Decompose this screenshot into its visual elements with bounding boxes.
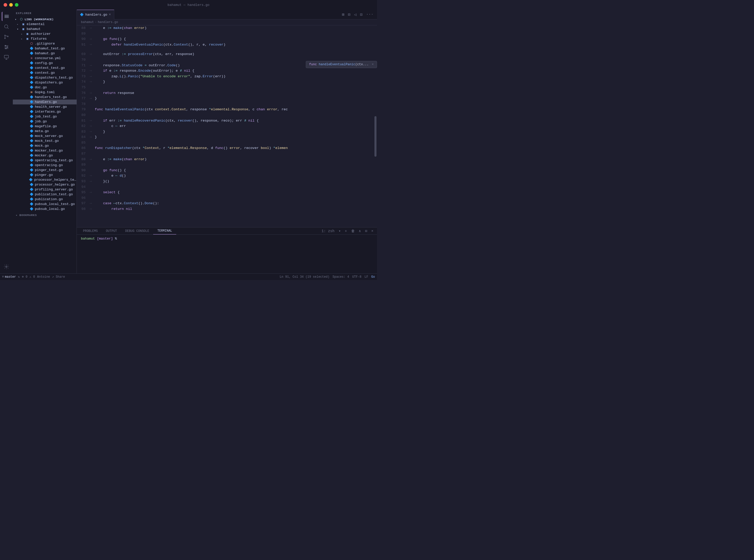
scrollbar-thumb[interactable] — [374, 116, 376, 157]
error-count[interactable]: ⊗ 0 — [22, 275, 27, 279]
line-arrow — [90, 168, 94, 173]
chevron-up-icon[interactable]: ∧ — [357, 228, 362, 234]
sidebar-item-bahamut[interactable]: ▾ ▣ bahamut — [13, 27, 77, 32]
activity-explorer[interactable] — [2, 12, 11, 21]
sidebar-item-mocker-go[interactable]: 🔷 mocker.go — [13, 153, 77, 158]
close-button[interactable] — [4, 3, 7, 7]
line-code: e ← d() — [94, 173, 377, 179]
folder-icon: ▣ — [21, 22, 26, 26]
close-panel-icon[interactable]: × — [370, 228, 375, 234]
sidebar-item-bahamut-go[interactable]: 🔷 bahamut.go — [13, 51, 77, 56]
share-button[interactable]: ↗ Share — [52, 275, 65, 279]
terminal-content[interactable]: bahamut [master] % — [77, 235, 377, 273]
more-actions-icon[interactable]: ◁ — [353, 11, 357, 18]
line-number: 90 — [77, 36, 90, 42]
line-arrow: → — [90, 68, 94, 74]
bookmarks-section[interactable]: ▸ BOOKMARKS — [13, 212, 77, 219]
line-number: 94 — [77, 184, 90, 190]
tab-debug-console[interactable]: DEBUG CONSOLE — [121, 228, 153, 235]
maximize-button[interactable] — [15, 3, 18, 7]
line-number: 78 — [77, 101, 90, 107]
sidebar-label: concourse.yml — [34, 56, 61, 60]
table-row: 80 — [77, 112, 377, 118]
sidebar-item-elemental[interactable]: ▸ ▣ elemental — [13, 22, 77, 27]
tab-handlers-go[interactable]: 🔷 handlers.go × — [77, 10, 114, 19]
chevron-down-icon[interactable]: ▾ — [337, 228, 342, 234]
sidebar-item-mocker-test-go[interactable]: 🔷 mocker_test.go — [13, 148, 77, 153]
code-editor[interactable]: 88 → e := make(chan error) 89 90 → — [77, 25, 377, 227]
svg-point-4 — [5, 45, 6, 46]
sidebar-item-mock-test-go[interactable]: 🔷 mock_test.go — [13, 138, 77, 143]
sidebar-item-mock-go[interactable]: 🔷 mock.go — [13, 143, 77, 148]
sidebar-item-pinger-test-go[interactable]: 🔷 pinger_test.go — [13, 168, 77, 173]
workspace-root[interactable]: ▾ ⬡ LIBS (WORKSPACE) — [13, 17, 77, 22]
line-ending[interactable]: LF — [365, 275, 368, 279]
warning-count[interactable]: ⚠ 0 — [30, 275, 35, 279]
sidebar-item-magefile-go[interactable]: 🔷 magefile.go — [13, 124, 77, 129]
hover-close-button[interactable]: × — [372, 63, 374, 66]
split-terminal-icon[interactable]: ⊡ — [363, 228, 369, 234]
sidebar-item-fixtures[interactable]: ▸ ▣ fixtures — [13, 36, 77, 41]
sidebar-item-concourse-yml[interactable]: ≡ concourse.yml — [13, 56, 77, 61]
svg-point-6 — [5, 48, 6, 49]
trash-icon[interactable]: 🗑 — [350, 228, 356, 234]
window-controls[interactable] — [4, 3, 18, 7]
sidebar-item-opentracing-test-go[interactable]: 🔷 opentracing_test.go — [13, 158, 77, 163]
sidebar-item-context-test-go[interactable]: 🔷 context_test.go — [13, 65, 77, 71]
line-number: 73 — [77, 74, 90, 79]
activity-settings[interactable] — [2, 262, 11, 271]
sidebar-item-pubsub-local-test-go[interactable]: 🔷 pubsub_local_test.go — [13, 202, 77, 206]
sidebar-item-processor-helpers-go[interactable]: 🔷 processor_helpers.go — [13, 182, 77, 187]
sidebar-item-processor-helpers-test-go[interactable]: 🔷 processor_helpers_test.go — [13, 177, 77, 182]
sidebar-item-interfaces-go[interactable]: 🔷 interfaces.go — [13, 109, 77, 114]
sidebar-item-handlers-go[interactable]: 🔷 handlers.go — [13, 100, 77, 104]
sidebar-item-config-go[interactable]: 🔷 config.go — [13, 61, 77, 65]
sidebar-item-gopkg-toml[interactable]: ⊞ Gopkg.toml — [13, 90, 77, 95]
sidebar-item-bahamut-test-go[interactable]: 🔷 bahamut_test.go — [13, 46, 77, 51]
sidebar-item-dispatchers-test-go[interactable]: 🔷 dispatchers_test.go — [13, 75, 77, 80]
activity-search[interactable] — [2, 22, 11, 31]
sidebar-item-gitignore[interactable]: ⬡ .gitignore — [13, 41, 77, 46]
sidebar-item-job-go[interactable]: 🔷 job.go — [13, 119, 77, 124]
sidebar-item-publication-test-go[interactable]: 🔷 publication_test.go — [13, 192, 77, 197]
language-mode[interactable]: Go — [371, 275, 375, 279]
sidebar-item-mock-server-go[interactable]: 🔷 mock_server.go — [13, 134, 77, 138]
table-row: 83 → } — [77, 129, 377, 135]
sidebar-item-authorizer[interactable]: ▸ ▣ authorizer — [13, 32, 77, 36]
tab-terminal[interactable]: TERMINAL — [153, 227, 176, 235]
add-terminal-icon[interactable]: + — [343, 228, 348, 234]
cursor-position[interactable]: Ln 91, Col 34 (19 selected) — [280, 275, 329, 279]
open-changes-icon[interactable]: ⊟ — [347, 11, 351, 18]
sidebar-item-handlers-test-go[interactable]: 🔷 handlers_test.go — [13, 95, 77, 100]
sidebar-item-pinger-go[interactable]: 🔷 pinger.go — [13, 173, 77, 177]
sidebar-item-context-go[interactable]: 🔷 context.go — [13, 71, 77, 75]
activity-extensions[interactable] — [2, 42, 11, 52]
sidebar-item-health-server-go[interactable]: 🔷 health_server.go — [13, 104, 77, 109]
sidebar-item-publication-go[interactable]: 🔷 publication.go — [13, 197, 77, 202]
sidebar-label: .gitignore — [34, 42, 55, 45]
minimize-button[interactable] — [9, 3, 13, 7]
activity-source-control[interactable] — [2, 32, 11, 41]
tab-problems[interactable]: PROBLEMS — [79, 228, 102, 235]
sidebar-label: handlers_test.go — [34, 95, 67, 99]
sidebar-item-profiling-server-go[interactable]: 🔷 profiling_server.go — [13, 187, 77, 192]
table-row: 96 — [77, 195, 377, 201]
sync-status[interactable]: ↻ — [18, 275, 20, 279]
spaces-info[interactable]: Spaces: 4 — [332, 275, 349, 279]
activity-remote[interactable] — [2, 53, 11, 62]
encoding-info[interactable]: UTF-8 — [352, 275, 361, 279]
sidebar-item-doc-go[interactable]: 🔷 doc.go — [13, 85, 77, 90]
git-branch[interactable]: ⑂ master — [2, 275, 16, 279]
tab-close-button[interactable]: × — [109, 13, 111, 16]
more-options-icon[interactable]: ··· — [365, 11, 374, 18]
editor-layout-icon[interactable]: ⊡ — [359, 11, 364, 18]
scrollbar[interactable] — [374, 25, 377, 227]
sidebar-item-pubsub-local-go[interactable]: 🔷 pubsub_local.go — [13, 206, 77, 212]
sidebar-item-dispatchers-go[interactable]: 🔷 dispatchers.go — [13, 80, 77, 85]
sidebar-item-meta-go[interactable]: 🔷 meta.go — [13, 129, 77, 134]
split-editor-icon[interactable]: ⊞ — [341, 11, 346, 18]
sidebar-item-opentracing-go[interactable]: 🔷 opentracing.go — [13, 163, 77, 168]
status-right: Ln 91, Col 34 (19 selected) Spaces: 4 UT… — [280, 275, 375, 279]
sidebar-item-job-test-go[interactable]: 🔷 job_test.go — [13, 114, 77, 119]
tab-output[interactable]: OUTPUT — [102, 228, 121, 235]
